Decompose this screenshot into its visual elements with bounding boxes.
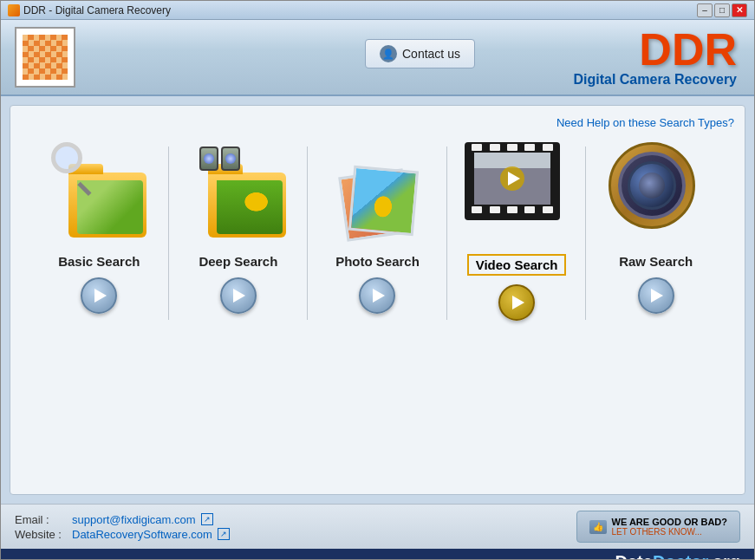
brand-text-accent: Doctor (653, 552, 707, 561)
raw-search-label: Raw Search (619, 254, 693, 269)
email-link[interactable]: support@fixdigicam.com (72, 513, 196, 526)
raw-search-play-button[interactable] (638, 277, 674, 314)
contact-button[interactable]: 👤 Contact us (365, 39, 475, 68)
website-link[interactable]: DataRecoverySoftware.com (72, 528, 212, 541)
brand-logo: DataDoctor.org (615, 552, 740, 561)
maximize-button[interactable]: □ (714, 3, 730, 17)
folder-deep-icon (208, 173, 286, 238)
binoculars-icon (199, 147, 240, 171)
footer-contact-info: Email : support@fixdigicam.com ↗ Website… (15, 513, 230, 541)
photo-search-icon (321, 138, 433, 242)
video-search-icon (460, 138, 573, 242)
header: 👤 Contact us DDR Digital Camera Recovery (1, 20, 754, 96)
basic-search-icon (42, 138, 155, 242)
deep-search-play-button[interactable] (220, 277, 257, 314)
minimize-button[interactable]: – (697, 3, 713, 17)
feedback-button[interactable]: 👍 WE ARE GOOD OR BAD? LET OTHERS KNOW... (576, 511, 740, 543)
play-triangle-icon (373, 289, 385, 303)
brand-area: DDR Digital Camera Recovery (573, 27, 737, 88)
play-triangle-icon (651, 289, 663, 303)
website-row: Website : DataRecoverySoftware.com ↗ (15, 528, 230, 541)
app-logo (15, 27, 75, 88)
email-external-icon: ↗ (201, 513, 213, 525)
feedback-line2: LET OTHERS KNOW... (612, 527, 727, 537)
website-external-icon: ↗ (218, 528, 230, 540)
search-type-deep: Deep Search (169, 138, 309, 314)
search-type-photo: Photo Search (308, 138, 447, 314)
title-bar: DDR - Digital Camera Recovery – □ ✕ (1, 1, 754, 20)
search-type-basic: Basic Search (29, 138, 169, 314)
footer: Email : support@fixdigicam.com ↗ Website… (1, 504, 754, 549)
main-content: Need Help on these Search Types? Bas (10, 105, 745, 495)
deep-search-icon (182, 138, 295, 242)
email-row: Email : support@fixdigicam.com ↗ (15, 513, 230, 526)
email-label: Email : (15, 513, 67, 526)
deep-search-label: Deep Search (199, 254, 277, 269)
contact-label: Contact us (402, 47, 460, 61)
camera-lens-icon (609, 142, 695, 229)
video-search-label: Video Search (467, 254, 567, 276)
website-label: Website : (15, 528, 67, 541)
play-triangle-icon (94, 289, 107, 303)
help-link[interactable]: Need Help on these Search Types? (21, 116, 734, 129)
close-button[interactable]: ✕ (732, 3, 747, 17)
ddr-subtitle: Digital Camera Recovery (573, 72, 737, 88)
ddr-title: DDR (573, 27, 737, 72)
window-controls: – □ ✕ (697, 3, 747, 17)
feedback-icon: 👍 (589, 520, 607, 534)
logo-checker-icon (23, 35, 68, 80)
video-search-play-button[interactable] (498, 284, 535, 321)
play-triangle-icon (512, 296, 524, 309)
basic-search-play-button[interactable] (81, 277, 117, 314)
magnifier-icon (51, 142, 94, 186)
brand-suffix: .org (707, 552, 740, 561)
feedback-text: WE ARE GOOD OR BAD? LET OTHERS KNOW... (612, 517, 727, 537)
film-strip-icon (465, 142, 560, 220)
photo-frame-2 (348, 166, 419, 236)
play-triangle-icon (233, 289, 245, 303)
raw-search-icon (600, 138, 713, 242)
brand-text-white: Data (615, 552, 653, 561)
window-title: DDR - Digital Camera Recovery (23, 4, 171, 16)
brand-bar: DataDoctor.org (1, 549, 754, 560)
search-types-container: Basic Search (21, 138, 734, 321)
search-type-raw: Raw Search (586, 138, 726, 314)
photo-search-label: Photo Search (335, 254, 420, 269)
search-type-video: Video Search (447, 138, 587, 321)
film-play-overlay (500, 166, 524, 191)
basic-search-label: Basic Search (58, 254, 140, 269)
feedback-line1: WE ARE GOOD OR BAD? (612, 517, 727, 527)
title-bar-left: DDR - Digital Camera Recovery (8, 4, 171, 16)
app-icon (8, 4, 20, 16)
contact-icon: 👤 (380, 45, 397, 62)
photo-search-play-button[interactable] (359, 277, 395, 314)
